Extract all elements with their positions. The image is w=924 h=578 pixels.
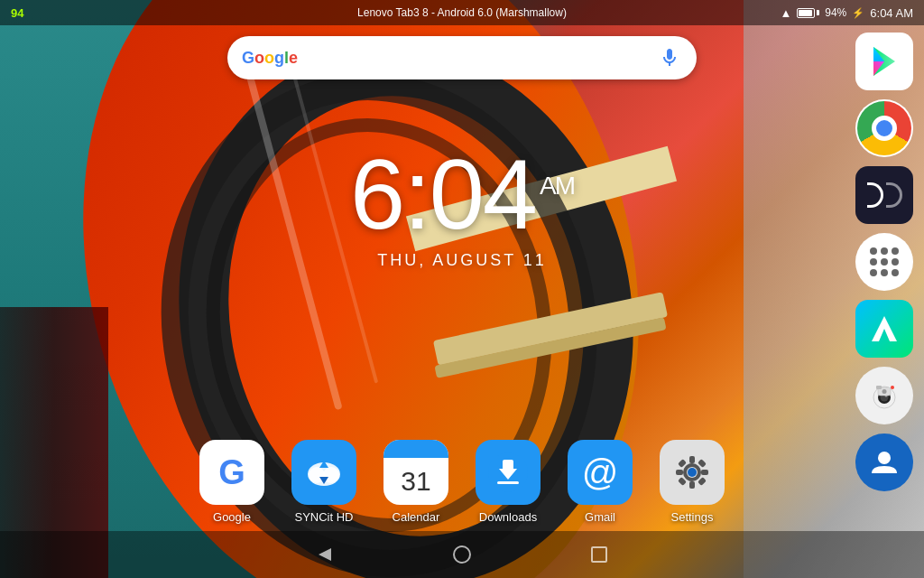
svg-rect-28 (701, 470, 708, 475)
calendar-icon[interactable]: 31 (383, 440, 448, 505)
svg-marker-4 (872, 316, 897, 341)
svg-rect-36 (592, 547, 606, 562)
debug-number: 94 (11, 6, 23, 20)
svg-marker-34 (319, 548, 331, 561)
mic-icon[interactable] (657, 45, 682, 70)
svg-point-12 (891, 386, 894, 389)
settings-icon[interactable] (660, 440, 725, 505)
svg-rect-27 (676, 470, 683, 475)
charge-icon: ⚡ (852, 7, 864, 19)
clock-ampm: AM (540, 172, 574, 200)
search-bar[interactable]: Google (227, 36, 697, 79)
dock-app-google[interactable]: G Google (199, 440, 264, 524)
bottom-dock: G Google SYNCit HD 31 Calendar (0, 440, 924, 524)
status-bar: 94 Lenovo Tab3 8 - Android 6.0 (Marshmal… (0, 0, 924, 25)
sidebar-app-moto[interactable] (855, 300, 913, 358)
sidebar-app-camera[interactable] (855, 367, 913, 424)
svg-point-10 (882, 389, 887, 394)
google-label: Google (213, 510, 251, 524)
svg-point-35 (454, 546, 470, 563)
downloads-label: Downloads (479, 510, 537, 524)
dock-app-gmail[interactable]: @ Gmail (568, 440, 633, 524)
settings-label: Settings (671, 510, 714, 524)
clock-widget: 6:04AM THU, AUGUST 11 (350, 144, 574, 270)
google-icon[interactable]: G (199, 440, 264, 505)
dock-app-downloads[interactable]: Downloads (476, 440, 541, 524)
dock-app-settings[interactable]: Settings (660, 440, 725, 524)
dock-app-calendar[interactable]: 31 Calendar (383, 440, 448, 524)
nav-bar (0, 531, 924, 578)
clock-status: 6:04 AM (870, 6, 913, 20)
back-button[interactable] (310, 540, 339, 569)
svg-rect-21 (503, 460, 513, 471)
clock-time: 6:04AM (350, 144, 574, 244)
dock-app-syncit[interactable]: SYNCit HD (291, 440, 356, 524)
syncit-icon[interactable] (291, 440, 356, 505)
calendar-label: Calendar (393, 510, 440, 524)
sidebar-app-allapps[interactable] (855, 233, 913, 291)
calendar-date: 31 (383, 458, 448, 505)
svg-rect-26 (689, 481, 695, 489)
recents-button[interactable] (585, 540, 614, 569)
battery-percent: 94% (825, 6, 846, 19)
device-title: Lenovo Tab3 8 - Android 6.0 (Marshmallow… (357, 6, 567, 19)
battery-icon (797, 8, 819, 18)
google-logo: Google (242, 49, 298, 68)
wifi-icon: ▲ (780, 6, 791, 20)
sidebar-app-playstore[interactable] (855, 33, 913, 90)
calendar-header (383, 440, 448, 458)
right-sidebar (855, 33, 913, 491)
status-indicators: ▲ 94% ⚡ 6:04 AM (780, 6, 913, 20)
gmail-icon[interactable]: @ (568, 440, 633, 505)
downloads-icon[interactable] (476, 440, 541, 505)
svg-rect-11 (876, 386, 882, 389)
svg-rect-25 (689, 456, 695, 463)
clock-date: THU, AUGUST 11 (350, 251, 574, 270)
sidebar-app-dolby[interactable] (855, 166, 913, 224)
gmail-label: Gmail (585, 510, 615, 524)
svg-point-33 (688, 468, 697, 477)
syncit-label: SYNCit HD (294, 510, 353, 524)
sidebar-app-chrome[interactable] (855, 99, 913, 157)
home-button[interactable] (448, 540, 476, 569)
svg-rect-22 (497, 481, 519, 484)
